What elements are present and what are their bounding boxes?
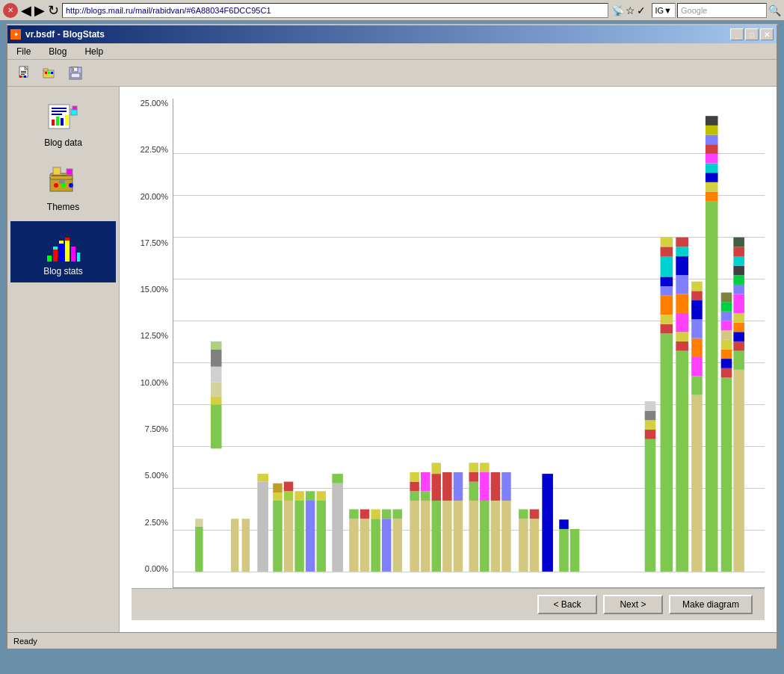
svg-rect-123 <box>661 286 673 296</box>
svg-rect-173 <box>733 275 744 285</box>
svg-rect-144 <box>691 282 703 291</box>
svg-rect-62 <box>284 482 293 492</box>
svg-point-32 <box>61 183 66 188</box>
svg-rect-156 <box>721 368 732 378</box>
minimize-button[interactable]: _ <box>730 28 744 40</box>
svg-rect-7 <box>24 75 26 78</box>
close-button[interactable]: ✕ <box>760 28 774 40</box>
menu-help[interactable]: Help <box>78 45 109 58</box>
svg-rect-70 <box>332 474 343 483</box>
svg-rect-68 <box>317 491 326 501</box>
titlebar: ✦ vr.bsdf - BlogStats _ □ ✕ <box>7 25 777 43</box>
svg-rect-82 <box>410 491 419 501</box>
make-diagram-button[interactable]: Make diagram <box>669 595 753 614</box>
svg-rect-127 <box>661 238 673 247</box>
back-button[interactable]: < Back <box>537 595 597 614</box>
chart-plot <box>173 99 765 588</box>
svg-rect-101 <box>480 463 489 472</box>
main-area: Blog data Themes <box>7 87 777 632</box>
svg-rect-56 <box>257 482 268 572</box>
svg-rect-158 <box>721 349 732 359</box>
svg-rect-80 <box>393 510 402 519</box>
toolbar-save-btn[interactable] <box>64 63 87 84</box>
svg-rect-39 <box>65 241 70 262</box>
svg-rect-91 <box>442 501 451 572</box>
svg-rect-90 <box>432 463 441 474</box>
svg-rect-170 <box>733 313 744 323</box>
svg-rect-23 <box>61 118 64 126</box>
sidebar-item-blog-stats[interactable]: Blog stats <box>10 221 116 282</box>
svg-rect-26 <box>72 106 77 110</box>
address-bar[interactable]: http://blogs.mail.ru/mail/rabidvan/#6A88… <box>62 3 608 18</box>
svg-rect-146 <box>706 191 718 201</box>
browser-close-btn[interactable]: ✕ <box>3 3 18 18</box>
svg-rect-84 <box>410 472 419 482</box>
app-window: ✦ vr.bsdf - BlogStats _ □ ✕ File Blog He… <box>6 24 778 650</box>
sidebar-label-blog-data: Blog data <box>44 137 82 148</box>
svg-rect-41 <box>77 253 80 262</box>
ig-dropdown[interactable]: IG▼ <box>652 3 676 18</box>
svg-rect-97 <box>469 472 478 482</box>
y-label-25: 25.00% <box>141 99 168 108</box>
svg-rect-108 <box>530 519 539 572</box>
svg-rect-128 <box>676 351 688 572</box>
svg-rect-154 <box>706 116 718 126</box>
browser-back-btn[interactable]: ◀ <box>21 2 31 19</box>
svg-rect-136 <box>676 238 688 247</box>
sidebar-item-themes[interactable]: Themes <box>10 157 116 218</box>
svg-rect-18 <box>52 108 67 109</box>
svg-rect-59 <box>273 483 282 493</box>
svg-rect-100 <box>480 472 489 501</box>
svg-rect-3 <box>21 72 26 73</box>
svg-rect-58 <box>273 492 282 501</box>
svg-rect-124 <box>661 276 673 286</box>
browser-refresh-btn[interactable]: ↻ <box>48 2 59 19</box>
browser-forward-btn[interactable]: ▶ <box>34 2 45 19</box>
next-button[interactable]: Next > <box>603 595 663 614</box>
svg-rect-40 <box>71 247 75 262</box>
svg-rect-164 <box>721 292 732 302</box>
maximize-button[interactable]: □ <box>745 28 759 40</box>
svg-rect-105 <box>501 472 510 501</box>
svg-rect-69 <box>332 483 343 572</box>
rss-icon: 📡 <box>611 4 624 16</box>
svg-rect-119 <box>661 333 673 572</box>
svg-rect-74 <box>360 510 369 519</box>
toolbar-new-btn[interactable] <box>13 63 36 84</box>
browser-bar: ✕ ◀ ▶ ↻ http://blogs.mail.ru/mail/rabidv… <box>0 0 784 21</box>
svg-rect-133 <box>676 275 688 294</box>
svg-rect-81 <box>410 501 419 572</box>
search-input[interactable]: Google <box>677 3 767 18</box>
menu-blog[interactable]: Blog <box>43 45 72 58</box>
svg-rect-169 <box>733 323 744 333</box>
svg-rect-109 <box>530 510 539 519</box>
svg-rect-12 <box>51 72 53 74</box>
svg-rect-129 <box>676 341 688 351</box>
svg-rect-132 <box>676 294 688 313</box>
svg-point-33 <box>69 183 73 188</box>
svg-rect-155 <box>721 377 732 571</box>
svg-rect-15 <box>71 73 80 78</box>
svg-rect-6 <box>22 75 24 78</box>
svg-rect-171 <box>733 294 744 313</box>
sidebar-item-blog-data[interactable]: Blog data <box>10 93 116 154</box>
sidebar: Blog data Themes <box>7 87 120 632</box>
svg-rect-157 <box>721 359 732 368</box>
svg-rect-93 <box>454 501 463 572</box>
svg-rect-85 <box>421 501 430 572</box>
svg-rect-57 <box>273 501 282 572</box>
check-icon: ✓ <box>637 4 646 16</box>
svg-rect-2 <box>21 71 26 72</box>
search-icon[interactable]: 🔍 <box>768 4 781 16</box>
svg-rect-152 <box>706 135 718 145</box>
svg-rect-37 <box>53 250 58 262</box>
toolbar-open-btn[interactable] <box>39 63 61 84</box>
svg-rect-98 <box>469 463 478 472</box>
svg-rect-55 <box>257 474 268 482</box>
svg-rect-95 <box>469 501 478 572</box>
svg-rect-9 <box>43 69 48 71</box>
svg-rect-106 <box>519 519 528 572</box>
svg-rect-71 <box>349 519 358 572</box>
svg-rect-92 <box>442 472 451 501</box>
menu-file[interactable]: File <box>10 45 37 58</box>
